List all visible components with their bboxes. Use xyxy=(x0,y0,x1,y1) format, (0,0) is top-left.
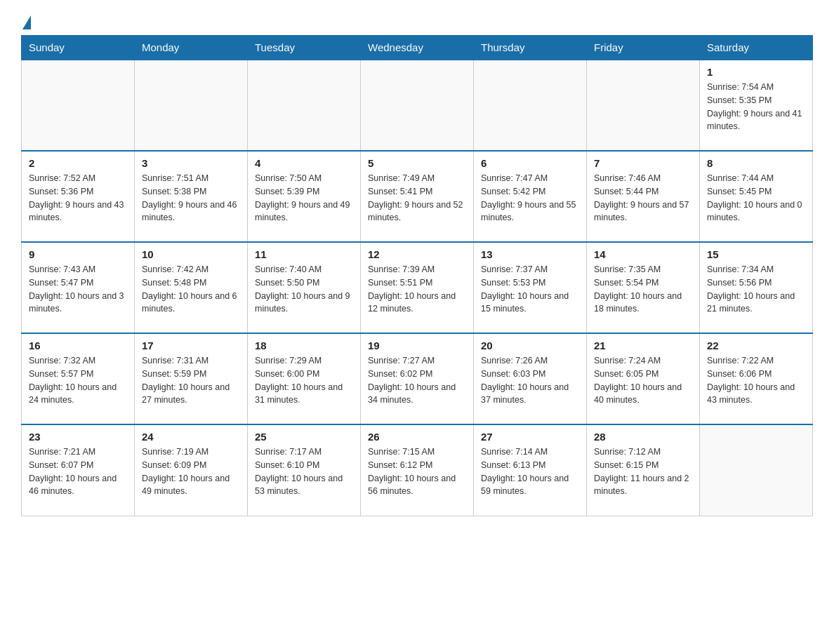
day-info: Sunrise: 7:29 AMSunset: 6:00 PMDaylight:… xyxy=(255,354,353,407)
calendar-header-tuesday: Tuesday xyxy=(248,36,361,60)
day-number: 9 xyxy=(29,248,127,260)
calendar-cell: 8Sunrise: 7:44 AMSunset: 5:45 PMDaylight… xyxy=(700,151,813,242)
day-info: Sunrise: 7:27 AMSunset: 6:02 PMDaylight:… xyxy=(368,354,466,407)
day-number: 4 xyxy=(255,157,353,169)
calendar-week-row: 16Sunrise: 7:32 AMSunset: 5:57 PMDayligh… xyxy=(22,333,813,424)
day-number: 12 xyxy=(368,248,466,260)
day-info: Sunrise: 7:42 AMSunset: 5:48 PMDaylight:… xyxy=(142,263,240,316)
day-number: 28 xyxy=(594,431,692,443)
calendar-cell xyxy=(587,60,700,151)
calendar-header-monday: Monday xyxy=(135,36,248,60)
calendar-cell: 22Sunrise: 7:22 AMSunset: 6:06 PMDayligh… xyxy=(700,333,813,424)
day-info: Sunrise: 7:54 AMSunset: 5:35 PMDaylight:… xyxy=(707,81,805,133)
calendar-cell xyxy=(248,60,361,151)
calendar-table: SundayMondayTuesdayWednesdayThursdayFrid… xyxy=(21,35,813,516)
day-info: Sunrise: 7:47 AMSunset: 5:42 PMDaylight:… xyxy=(481,172,579,224)
day-info: Sunrise: 7:50 AMSunset: 5:39 PMDaylight:… xyxy=(255,172,353,224)
day-info: Sunrise: 7:26 AMSunset: 6:03 PMDaylight:… xyxy=(481,354,579,407)
day-number: 20 xyxy=(481,340,579,351)
day-info: Sunrise: 7:22 AMSunset: 6:06 PMDaylight:… xyxy=(707,354,805,407)
calendar-week-row: 2Sunrise: 7:52 AMSunset: 5:36 PMDaylight… xyxy=(22,151,813,242)
calendar-cell: 28Sunrise: 7:12 AMSunset: 6:15 PMDayligh… xyxy=(587,424,700,516)
day-info: Sunrise: 7:46 AMSunset: 5:44 PMDaylight:… xyxy=(594,172,692,224)
day-number: 3 xyxy=(142,157,240,169)
day-info: Sunrise: 7:24 AMSunset: 6:05 PMDaylight:… xyxy=(594,354,692,407)
calendar-cell: 2Sunrise: 7:52 AMSunset: 5:36 PMDaylight… xyxy=(22,151,135,242)
calendar-cell: 6Sunrise: 7:47 AMSunset: 5:42 PMDaylight… xyxy=(474,151,587,242)
calendar-cell xyxy=(700,424,813,516)
day-info: Sunrise: 7:14 AMSunset: 6:13 PMDaylight:… xyxy=(481,445,579,498)
calendar-cell: 13Sunrise: 7:37 AMSunset: 5:53 PMDayligh… xyxy=(474,242,587,333)
calendar-header-row: SundayMondayTuesdayWednesdayThursdayFrid… xyxy=(22,36,813,60)
day-number: 2 xyxy=(29,157,127,169)
calendar-header-saturday: Saturday xyxy=(700,36,813,60)
day-number: 5 xyxy=(368,157,466,169)
day-info: Sunrise: 7:51 AMSunset: 5:38 PMDaylight:… xyxy=(142,172,240,224)
calendar-cell: 24Sunrise: 7:19 AMSunset: 6:09 PMDayligh… xyxy=(135,424,248,516)
day-info: Sunrise: 7:17 AMSunset: 6:10 PMDaylight:… xyxy=(255,445,353,498)
calendar-cell xyxy=(474,60,587,151)
calendar-header-wednesday: Wednesday xyxy=(361,36,474,60)
calendar-cell: 4Sunrise: 7:50 AMSunset: 5:39 PMDaylight… xyxy=(248,151,361,242)
calendar-cell: 10Sunrise: 7:42 AMSunset: 5:48 PMDayligh… xyxy=(135,242,248,333)
day-number: 22 xyxy=(707,340,805,351)
calendar-cell: 16Sunrise: 7:32 AMSunset: 5:57 PMDayligh… xyxy=(22,333,135,424)
day-number: 16 xyxy=(29,340,127,351)
calendar-cell: 11Sunrise: 7:40 AMSunset: 5:50 PMDayligh… xyxy=(248,242,361,333)
day-number: 10 xyxy=(142,248,240,260)
calendar-cell: 23Sunrise: 7:21 AMSunset: 6:07 PMDayligh… xyxy=(22,424,135,516)
calendar-cell xyxy=(361,60,474,151)
calendar-week-row: 1Sunrise: 7:54 AMSunset: 5:35 PMDaylight… xyxy=(22,60,813,151)
day-info: Sunrise: 7:31 AMSunset: 5:59 PMDaylight:… xyxy=(142,354,240,407)
calendar-cell: 20Sunrise: 7:26 AMSunset: 6:03 PMDayligh… xyxy=(474,333,587,424)
day-info: Sunrise: 7:49 AMSunset: 5:41 PMDaylight:… xyxy=(368,172,466,224)
day-info: Sunrise: 7:34 AMSunset: 5:56 PMDaylight:… xyxy=(707,263,805,316)
page-header xyxy=(21,14,813,28)
calendar-cell xyxy=(22,60,135,151)
day-number: 19 xyxy=(368,340,466,351)
day-number: 23 xyxy=(29,431,127,443)
calendar-cell: 15Sunrise: 7:34 AMSunset: 5:56 PMDayligh… xyxy=(700,242,813,333)
calendar-cell: 7Sunrise: 7:46 AMSunset: 5:44 PMDaylight… xyxy=(587,151,700,242)
calendar-cell: 25Sunrise: 7:17 AMSunset: 6:10 PMDayligh… xyxy=(248,424,361,516)
day-number: 7 xyxy=(594,157,692,169)
day-info: Sunrise: 7:37 AMSunset: 5:53 PMDaylight:… xyxy=(481,263,579,316)
day-number: 15 xyxy=(707,248,805,260)
day-info: Sunrise: 7:39 AMSunset: 5:51 PMDaylight:… xyxy=(368,263,466,316)
logo-triangle-icon xyxy=(22,15,31,29)
day-number: 1 xyxy=(707,66,805,78)
day-info: Sunrise: 7:35 AMSunset: 5:54 PMDaylight:… xyxy=(594,263,692,316)
day-info: Sunrise: 7:15 AMSunset: 6:12 PMDaylight:… xyxy=(368,445,466,498)
calendar-cell: 9Sunrise: 7:43 AMSunset: 5:47 PMDaylight… xyxy=(22,242,135,333)
day-number: 21 xyxy=(594,340,692,351)
calendar-cell: 17Sunrise: 7:31 AMSunset: 5:59 PMDayligh… xyxy=(135,333,248,424)
calendar-cell: 18Sunrise: 7:29 AMSunset: 6:00 PMDayligh… xyxy=(248,333,361,424)
calendar-cell: 19Sunrise: 7:27 AMSunset: 6:02 PMDayligh… xyxy=(361,333,474,424)
day-number: 25 xyxy=(255,431,353,443)
day-number: 18 xyxy=(255,340,353,351)
calendar-cell: 14Sunrise: 7:35 AMSunset: 5:54 PMDayligh… xyxy=(587,242,700,333)
day-number: 27 xyxy=(481,431,579,443)
day-info: Sunrise: 7:40 AMSunset: 5:50 PMDaylight:… xyxy=(255,263,353,316)
day-info: Sunrise: 7:32 AMSunset: 5:57 PMDaylight:… xyxy=(29,354,127,407)
calendar-cell: 12Sunrise: 7:39 AMSunset: 5:51 PMDayligh… xyxy=(361,242,474,333)
day-info: Sunrise: 7:52 AMSunset: 5:36 PMDaylight:… xyxy=(29,172,127,224)
day-info: Sunrise: 7:21 AMSunset: 6:07 PMDaylight:… xyxy=(29,445,127,498)
day-info: Sunrise: 7:43 AMSunset: 5:47 PMDaylight:… xyxy=(29,263,127,316)
calendar-header-thursday: Thursday xyxy=(474,36,587,60)
calendar-cell xyxy=(135,60,248,151)
day-number: 6 xyxy=(481,157,579,169)
day-info: Sunrise: 7:12 AMSunset: 6:15 PMDaylight:… xyxy=(594,445,692,498)
calendar-header-friday: Friday xyxy=(587,36,700,60)
calendar-week-row: 9Sunrise: 7:43 AMSunset: 5:47 PMDaylight… xyxy=(22,242,813,333)
day-number: 26 xyxy=(368,431,466,443)
logo xyxy=(21,14,31,28)
day-number: 24 xyxy=(142,431,240,443)
day-number: 14 xyxy=(594,248,692,260)
day-info: Sunrise: 7:19 AMSunset: 6:09 PMDaylight:… xyxy=(142,445,240,498)
calendar-header-sunday: Sunday xyxy=(22,36,135,60)
day-number: 11 xyxy=(255,248,353,260)
calendar-cell: 26Sunrise: 7:15 AMSunset: 6:12 PMDayligh… xyxy=(361,424,474,516)
day-number: 8 xyxy=(707,157,805,169)
calendar-cell: 21Sunrise: 7:24 AMSunset: 6:05 PMDayligh… xyxy=(587,333,700,424)
